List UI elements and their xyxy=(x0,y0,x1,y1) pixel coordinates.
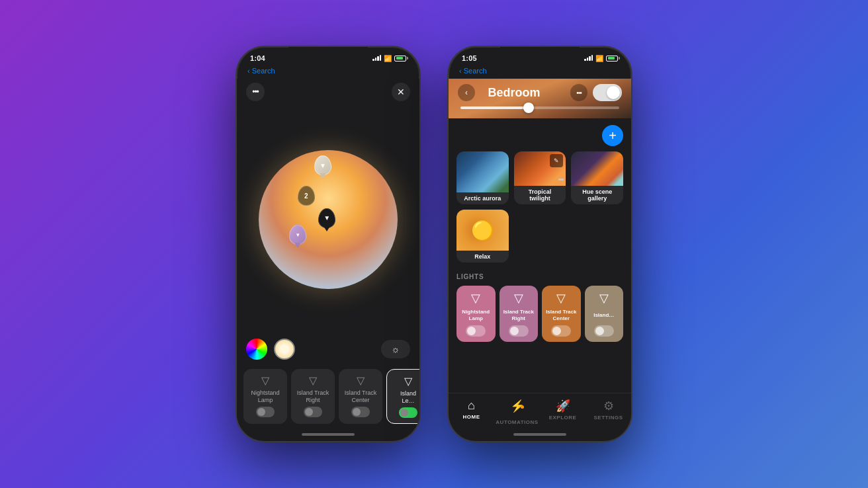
signal-bar-2 xyxy=(375,58,377,61)
room-power-toggle[interactable] xyxy=(593,84,622,101)
scene-relax-img: 🟡 xyxy=(456,210,509,251)
nightstand-label: Nightstand Lamp xyxy=(460,309,492,321)
home-bar-1 xyxy=(302,433,355,436)
phone-1: 1:04 📶 ‹ Search ••• ✕ xyxy=(236,46,421,442)
scene-hue-img xyxy=(571,151,623,186)
signal-bar-1 xyxy=(372,59,374,61)
toggle-island-right[interactable] xyxy=(304,407,322,417)
scene-arctic-img xyxy=(456,151,509,192)
color-toolbar: ••• ✕ xyxy=(237,79,419,105)
nav-settings[interactable]: ⚙ SETTINGS xyxy=(586,399,631,425)
color-wheel[interactable]: ▼ 2 ▼ ▼ xyxy=(259,150,398,289)
scene-more-button[interactable]: ••• xyxy=(558,176,564,183)
automations-notification-dot xyxy=(521,405,524,409)
scene-tropical-twilight[interactable]: ✎ ••• Tropical twilight xyxy=(514,151,566,204)
lights-section-label: LIGHTS xyxy=(456,273,623,280)
wifi-icon-1: 📶 xyxy=(384,55,392,62)
island-center-label: Island Track Center xyxy=(546,309,577,321)
lights-row: ▽ NightstandLamp ▽ Island TrackRight ▽ I… xyxy=(237,365,419,428)
color-circle-area: ▼ 2 ▼ ▼ xyxy=(237,105,419,333)
island-center-icon: ▽ xyxy=(556,291,566,305)
island-left-icon: ▽ xyxy=(599,291,609,305)
more-options-button[interactable]: ••• xyxy=(246,83,265,101)
status-icons-1: 📶 xyxy=(372,55,406,62)
signal-bar-2-4 xyxy=(591,55,593,61)
brightness-thumb[interactable] xyxy=(523,102,534,113)
close-button[interactable]: ✕ xyxy=(392,83,410,101)
settings-label: SETTINGS xyxy=(593,415,623,421)
color-bottom-toolbar: ☼ xyxy=(237,333,419,365)
status-time-1: 1:04 xyxy=(250,54,265,62)
light-card-nightstand[interactable]: ▽ NightstandLamp xyxy=(243,369,287,424)
status-icons-2: 📶 xyxy=(584,55,618,62)
scene-hue-gallery[interactable]: Hue scene gallery xyxy=(571,151,623,204)
pin-count-label: 2 xyxy=(298,186,315,206)
bedroom-body: + Arctic aurora ✎ ••• Tropical twilight xyxy=(449,118,631,393)
light-tile-island-right[interactable]: ▽ Island Track Right xyxy=(499,286,539,342)
bedroom-screen: ‹ Bedroom ••• xyxy=(449,79,631,441)
brightness-button[interactable]: ☼ xyxy=(381,340,410,358)
scene-edit-button[interactable]: ✎ xyxy=(550,154,563,167)
status-time-2: 1:05 xyxy=(462,54,477,62)
home-bar-2 xyxy=(513,433,566,436)
light-card-island-left[interactable]: ▽ IslandLe… xyxy=(386,369,419,424)
toggle-nightstand-tile[interactable] xyxy=(466,325,486,337)
toggle-island-left-tile[interactable] xyxy=(594,325,614,337)
room-nav-right: ••• xyxy=(570,84,622,101)
bedroom-nav: ‹ Bedroom ••• xyxy=(458,84,622,101)
island-left-label: Island… xyxy=(593,312,614,319)
signal-bar-3 xyxy=(377,56,379,61)
explore-icon: 🚀 xyxy=(556,399,570,413)
search-back-2[interactable]: ‹ Search xyxy=(459,67,487,75)
battery-fill-2 xyxy=(608,57,615,60)
nav-automations[interactable]: ⚡ AUTOMATIONS xyxy=(494,399,540,425)
home-indicator-2 xyxy=(449,428,631,441)
battery-icon-2 xyxy=(606,56,618,61)
light-tile-island-left[interactable]: ▽ Island… xyxy=(585,286,624,342)
toggle-island-center-tile[interactable] xyxy=(551,325,571,337)
scene-tropical-img: ✎ ••• xyxy=(514,151,566,186)
brightness-fill xyxy=(460,106,532,109)
pin-black-lamp[interactable]: ▼ xyxy=(318,208,335,228)
home-icon: ⌂ xyxy=(468,399,475,413)
toggle-nightstand[interactable] xyxy=(256,407,275,417)
brightness-slider-row xyxy=(458,106,622,109)
light-tile-nightstand[interactable]: ▽ Nightstand Lamp xyxy=(456,286,496,342)
lights-grid: ▽ Nightstand Lamp ▽ Island Track Right ▽… xyxy=(456,286,623,342)
nightstand-icon: ▽ xyxy=(471,291,480,305)
light-card-island-center[interactable]: ▽ Island TrackCenter xyxy=(339,369,382,424)
room-title: Bedroom xyxy=(458,86,570,100)
pin-number-2[interactable]: 2 xyxy=(298,186,315,206)
scene-arctic-label: Arctic aurora xyxy=(456,192,509,204)
toggle-island-center[interactable] xyxy=(351,407,370,417)
toggle-island-right-tile[interactable] xyxy=(509,325,529,337)
bedroom-header: ‹ Bedroom ••• xyxy=(449,79,631,118)
search-back-1[interactable]: ‹ Search xyxy=(247,67,275,75)
toggle-island-left[interactable] xyxy=(399,407,417,418)
island-right-icon: ▽ xyxy=(514,291,523,305)
signal-bars-2 xyxy=(584,56,593,61)
nav-home[interactable]: ⌂ HOME xyxy=(449,399,494,425)
scene-arctic-aurora[interactable]: Arctic aurora xyxy=(456,151,509,204)
color-screen: ••• ✕ ▼ 2 ▼ xyxy=(237,79,419,428)
scene-hue-label: Hue scene gallery xyxy=(571,186,623,204)
pin-white-lamp[interactable]: ▼ xyxy=(314,155,331,175)
phone-2: 1:05 📶 ‹ Search ‹ xyxy=(447,46,632,442)
home-label: HOME xyxy=(463,414,480,420)
signal-bar-2-3 xyxy=(589,56,591,61)
add-scene-button[interactable]: + xyxy=(602,125,623,146)
pin-purple-lamp[interactable]: ▼ xyxy=(289,225,306,245)
nav-explore[interactable]: 🚀 EXPLORE xyxy=(540,399,586,425)
bottom-nav: ⌂ HOME ⚡ AUTOMATIONS 🚀 EXPLORE ⚙ SETTING… xyxy=(449,393,631,428)
color-palette-button[interactable] xyxy=(246,339,267,360)
light-card-island-right[interactable]: ▽ Island TrackRight xyxy=(291,369,335,424)
brightness-slider[interactable] xyxy=(460,106,619,109)
room-more-button[interactable]: ••• xyxy=(570,84,587,101)
scene-relax-label: Relax xyxy=(456,251,509,263)
signal-bars-1 xyxy=(372,56,381,61)
search-bar-2: ‹ Search xyxy=(449,65,631,79)
scene-relax[interactable]: 🟡 Relax xyxy=(456,210,509,263)
light-tile-island-center[interactable]: ▽ Island Track Center xyxy=(542,286,581,342)
explore-label: EXPLORE xyxy=(549,415,577,421)
warm-white-button[interactable] xyxy=(274,339,295,360)
